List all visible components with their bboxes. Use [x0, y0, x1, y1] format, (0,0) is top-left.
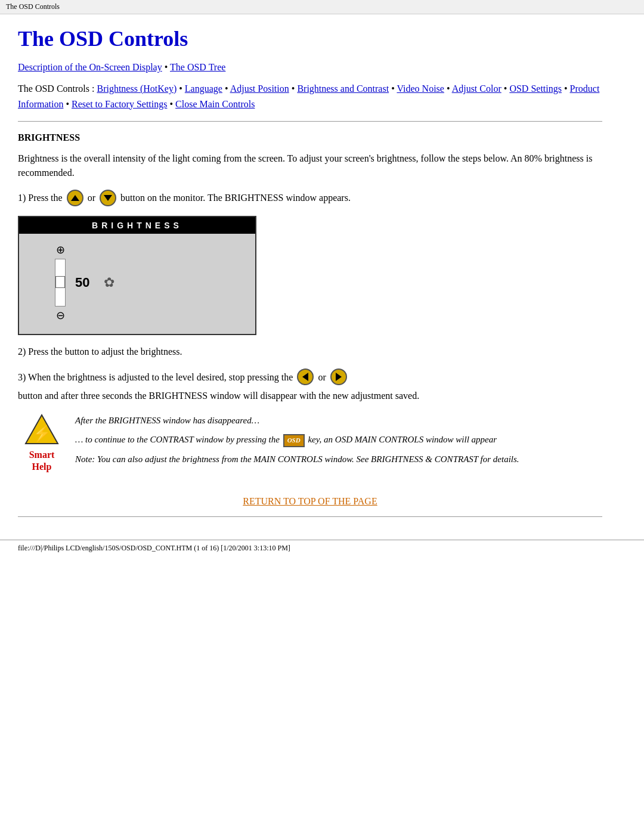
up-button-icon: [67, 190, 83, 206]
footer: file:///D|/Philips LCD/english/150S/OSD/…: [0, 540, 644, 556]
browser-tab-label: The OSD Controls: [6, 2, 60, 11]
brightness-window: BRIGHTNESS ⊕ ⊖ 50 ✿: [18, 216, 256, 335]
warning-triangle-icon: ⚡: [24, 413, 60, 445]
breadcrumb-brightness-hotkey[interactable]: Brightness (HotKey): [97, 83, 177, 94]
sun-icon: ✿: [104, 275, 114, 290]
smart-help-para2: … to continue to the CONTRAST window by …: [75, 432, 519, 447]
brightness-section: BRIGHTNESS Brightness is the overall int…: [18, 132, 602, 404]
step1-mid: or: [88, 193, 95, 203]
smart-help-label: Smart Help: [29, 449, 55, 472]
smart-help-para1: After the BRIGHTNESS window has disappea…: [75, 413, 519, 428]
nav-link-description[interactable]: Description of the On-Screen Display: [18, 62, 162, 72]
step-3: 3) When the brightness is adjusted to th…: [18, 368, 602, 404]
nav-link-osd-tree[interactable]: The OSD Tree: [170, 62, 225, 72]
step1-post: button on the monitor. The BRIGHTNESS wi…: [120, 193, 351, 203]
slider-up-icon: ⊕: [56, 243, 65, 256]
breadcrumb-osd-settings[interactable]: OSD Settings: [509, 83, 562, 94]
brightness-window-title: BRIGHTNESS: [19, 217, 255, 234]
step1-pre: 1) Press the: [18, 193, 63, 203]
smart-help-icon-col: ⚡ Smart Help: [18, 413, 66, 472]
step3-pre: 3) When the brightness is adjusted to th…: [18, 369, 293, 385]
breadcrumb-language[interactable]: Language: [185, 83, 222, 94]
page-title: The OSD Controls: [18, 26, 602, 51]
step-1: 1) Press the or button on the monitor. T…: [18, 190, 602, 206]
footer-text: file:///D|/Philips LCD/english/150S/OSD/…: [18, 544, 290, 552]
return-link-anchor[interactable]: RETURN TO TOP OF THE PAGE: [243, 496, 377, 506]
breadcrumb-video-noise[interactable]: Video Noise: [397, 83, 444, 94]
smart-help-section: ⚡ Smart Help After the BRIGHTNESS window…: [18, 413, 602, 472]
left-button-icon: [297, 368, 314, 385]
main-content: The OSD Controls Description of the On-S…: [0, 14, 620, 540]
brightness-description: Brightness is the overall intensity of t…: [18, 151, 602, 180]
smart-help-text: After the BRIGHTNESS window has disappea…: [75, 413, 519, 472]
divider-top: [18, 121, 602, 122]
brightness-heading: BRIGHTNESS: [18, 132, 602, 143]
browser-tab: The OSD Controls: [0, 0, 644, 14]
breadcrumb-reset[interactable]: Reset to Factory Settings: [72, 99, 167, 109]
nav-links: Description of the On-Screen Display • T…: [18, 62, 602, 73]
brightness-slider: ⊕ ⊖: [55, 243, 66, 322]
brightness-window-body: ⊕ ⊖ 50 ✿: [19, 234, 255, 334]
nav-separator-1: •: [165, 62, 170, 72]
brightness-value: 50: [75, 275, 89, 290]
step3-mid: or: [318, 369, 326, 385]
breadcrumb-brightness-contrast[interactable]: Brightness and Contrast: [297, 83, 389, 94]
svg-text:⚡: ⚡: [32, 424, 52, 443]
down-button-icon: [100, 190, 116, 206]
breadcrumb-close-main[interactable]: Close Main Controls: [175, 99, 255, 109]
breadcrumb: The OSD Controls : Brightness (HotKey) •…: [18, 81, 602, 112]
slider-thumb: [55, 276, 65, 288]
breadcrumb-adjust-color[interactable]: Adjust Color: [452, 83, 501, 94]
right-button-icon: [330, 368, 347, 385]
breadcrumb-prefix: The OSD Controls :: [18, 83, 97, 94]
breadcrumb-adjust-position[interactable]: Adjust Position: [230, 83, 289, 94]
osd-key-icon: OSD: [283, 434, 305, 447]
divider-bottom: [18, 516, 602, 517]
step3-post: button and after three seconds the BRIGH…: [18, 388, 419, 404]
slider-track: [55, 259, 66, 306]
return-to-top: RETURN TO TOP OF THE PAGE: [18, 496, 602, 507]
smart-help-para3: Note: You can also adjust the brightness…: [75, 452, 519, 466]
step-2: 2) Press the button to adjust the bright…: [18, 345, 602, 359]
slider-down-icon: ⊖: [56, 309, 65, 322]
